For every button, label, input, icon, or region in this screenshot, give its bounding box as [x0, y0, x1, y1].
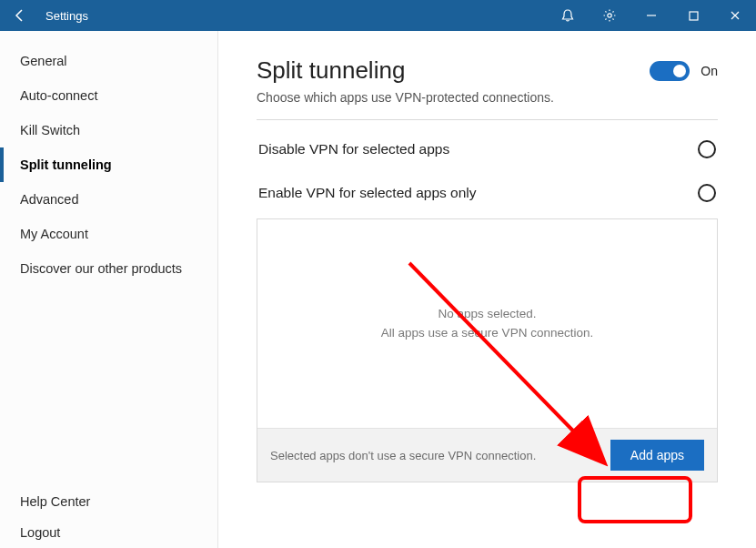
- content-area: Split tunneling On Choose which apps use…: [218, 31, 756, 548]
- back-button[interactable]: [7, 0, 33, 31]
- divider: [257, 119, 718, 120]
- option-enable-vpn-selected-only[interactable]: Enable VPN for selected apps only: [257, 171, 718, 215]
- apps-empty-state: No apps selected. All apps use a secure …: [257, 219, 717, 428]
- settings-gear-icon[interactable]: [589, 0, 630, 31]
- sidebar-item-discover-products[interactable]: Discover our other products: [0, 251, 217, 286]
- sidebar-item-kill-switch[interactable]: Kill Switch: [0, 113, 217, 147]
- maximize-button[interactable]: [672, 0, 714, 31]
- sidebar-item-auto-connect[interactable]: Auto-connect: [0, 78, 217, 113]
- split-tunneling-toggle[interactable]: [650, 61, 690, 81]
- apps-list-box: No apps selected. All apps use a secure …: [257, 218, 718, 482]
- minimize-button[interactable]: [630, 0, 672, 31]
- page-subtitle: Choose which apps use VPN-protected conn…: [257, 90, 718, 105]
- option-disable-vpn-selected[interactable]: Disable VPN for selected apps: [257, 127, 718, 171]
- sidebar-item-my-account[interactable]: My Account: [0, 217, 217, 251]
- sidebar-item-logout[interactable]: Logout: [0, 517, 217, 548]
- option-label: Enable VPN for selected apps only: [258, 185, 698, 201]
- apps-footer: Selected apps don't use a secure VPN con…: [257, 428, 717, 482]
- page-title: Split tunneling: [257, 56, 405, 85]
- sidebar-item-advanced[interactable]: Advanced: [0, 182, 217, 217]
- add-apps-button[interactable]: Add apps: [610, 440, 704, 471]
- svg-rect-2: [690, 12, 698, 20]
- notifications-icon[interactable]: [547, 0, 589, 31]
- window-title: Settings: [45, 9, 88, 23]
- sidebar-item-general[interactable]: General: [0, 44, 217, 78]
- close-button[interactable]: [714, 0, 756, 31]
- toggle-state-label: On: [701, 64, 718, 78]
- toggle-knob: [673, 65, 686, 77]
- sidebar-item-split-tunneling[interactable]: Split tunneling: [0, 147, 217, 182]
- annotation-highlight-rect: [578, 476, 692, 523]
- sidebar: General Auto-connect Kill Switch Split t…: [0, 31, 218, 548]
- radio-unchecked-icon: [698, 184, 716, 202]
- option-label: Disable VPN for selected apps: [258, 141, 698, 157]
- apps-footer-message: Selected apps don't use a secure VPN con…: [270, 449, 610, 462]
- svg-point-0: [608, 14, 611, 17]
- empty-line2: All apps use a secure VPN connection.: [381, 324, 593, 342]
- empty-line1: No apps selected.: [438, 305, 536, 323]
- radio-unchecked-icon: [698, 140, 716, 158]
- titlebar: Settings: [0, 0, 756, 31]
- sidebar-item-help-center[interactable]: Help Center: [0, 486, 217, 517]
